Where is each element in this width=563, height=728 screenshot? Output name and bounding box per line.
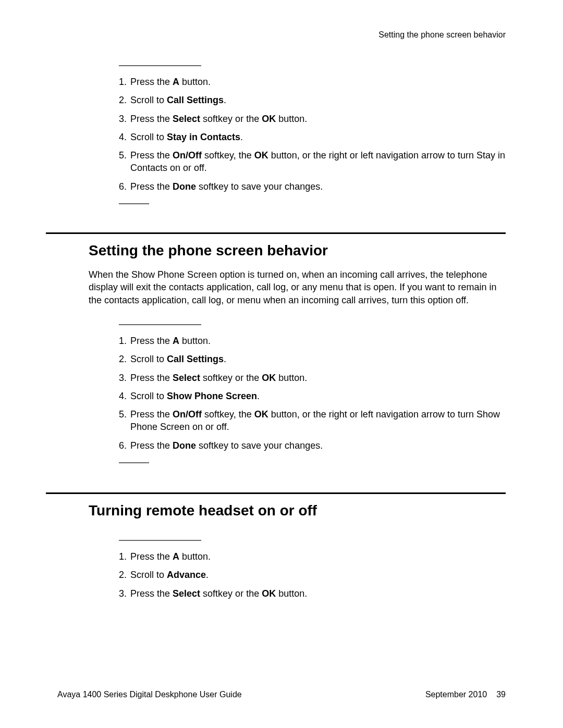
step-item: 3.Press the Select softkey or the OK but… (119, 587, 506, 600)
page-footer: Avaya 1400 Series Digital Deskphone User… (57, 690, 506, 699)
running-head: Setting the phone screen behavior (378, 30, 506, 40)
page-content: 1.Press the A button.2.Scroll to Call Se… (89, 65, 506, 606)
step-item: 1.Press the A button. (119, 76, 506, 88)
section-show-phone-screen: Setting the phone screen behavior When t… (89, 232, 506, 463)
section-heading: Turning remote headset on or off (89, 502, 506, 519)
step-item: 5.Press the On/Off softkey, the OK butto… (119, 149, 506, 175)
section-heading: Setting the phone screen behavior (89, 242, 506, 259)
step-item: 2.Scroll to Call Settings. (119, 94, 506, 106)
step-item: 2.Scroll to Call Settings. (119, 353, 506, 365)
step-item: 1.Press the A button. (119, 335, 506, 347)
step-item: 1.Press the A button. (119, 550, 506, 563)
step-item: 4.Scroll to Stay in Contacts. (119, 131, 506, 143)
footer-doc-title: Avaya 1400 Series Digital Deskphone User… (57, 690, 242, 699)
rule-divider (119, 65, 201, 66)
step-item: 3.Press the Select softkey or the OK but… (119, 113, 506, 125)
step-item: 6.Press the Done softkey to save your ch… (119, 180, 506, 193)
rule-divider (46, 492, 506, 494)
step-item: 4.Scroll to Show Phone Screen. (119, 390, 506, 402)
steps-list: 1.Press the A button.2.Scroll to Call Se… (119, 335, 506, 452)
page: Setting the phone screen behavior 1.Pres… (0, 0, 563, 728)
step-item: 5.Press the On/Off softkey, the OK butto… (119, 408, 506, 434)
step-item: 2.Scroll to Advance. (119, 569, 506, 581)
steps-list: 1.Press the A button.2.Scroll to Call Se… (119, 76, 506, 193)
rule-divider (119, 324, 201, 325)
footer-page-number: 39 (496, 690, 506, 699)
step-item: 6.Press the Done softkey to save your ch… (119, 439, 506, 452)
rule-divider (119, 462, 149, 463)
footer-date: September 2010 (425, 690, 487, 699)
section-body: When the Show Phone Screen option is tur… (89, 268, 506, 306)
rule-divider (119, 203, 149, 204)
rule-divider (46, 232, 506, 234)
section-remote-headset: Turning remote headset on or off 1.Press… (89, 492, 506, 600)
steps-list: 1.Press the A button.2.Scroll to Advance… (119, 550, 506, 600)
step-item: 3.Press the Select softkey or the OK but… (119, 372, 506, 384)
steps-block-stay-in-contacts: 1.Press the A button.2.Scroll to Call Se… (89, 65, 506, 204)
rule-divider (119, 540, 201, 541)
